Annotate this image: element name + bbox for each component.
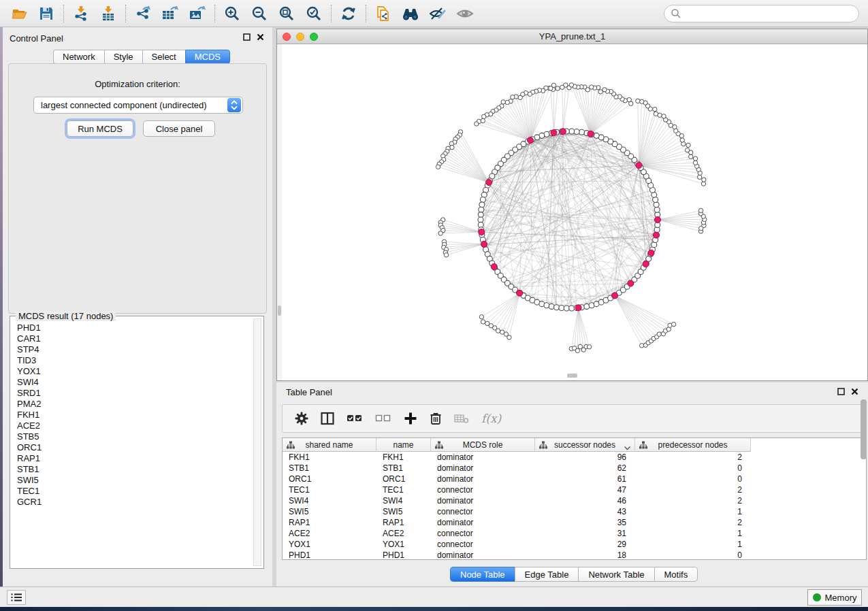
search-binoculars-icon[interactable] [397, 2, 424, 25]
columns-icon[interactable] [321, 412, 334, 425]
table-row[interactable]: TEC1TEC1connector472 [283, 484, 866, 495]
table-row[interactable]: RAP1RAP1dominator352 [283, 517, 866, 528]
refresh-icon[interactable] [335, 2, 362, 25]
mcds-result-item[interactable]: TID3 [17, 355, 248, 366]
tab-mcds[interactable]: MCDS [185, 50, 230, 64]
show-graphics-icon[interactable] [451, 2, 479, 25]
column-label: MCDS role [463, 440, 503, 450]
table-row[interactable]: YOX1YOX1connector291 [283, 539, 866, 550]
zoom-in-icon[interactable] [219, 2, 246, 25]
task-history-button[interactable] [7, 590, 26, 605]
mcds-result-item[interactable]: STP4 [17, 344, 248, 355]
hide-annotations-icon[interactable] [424, 2, 451, 25]
optimization-criterion-select[interactable]: largest connected component (undirected) [33, 97, 243, 114]
select-all-icon[interactable] [347, 412, 363, 425]
tab-network[interactable]: Network [53, 50, 104, 64]
mcds-result-item[interactable]: ORC1 [17, 442, 248, 453]
cell-mcds_role: dominator [431, 463, 535, 474]
mcds-result-scrollbar[interactable] [253, 318, 261, 566]
tab-node-table[interactable]: Node Table [450, 567, 515, 582]
close-panel-button[interactable]: Close panel [143, 120, 215, 137]
float-panel-icon[interactable] [243, 33, 251, 41]
tab-network-table[interactable]: Network Table [578, 567, 654, 582]
import-table-icon[interactable] [95, 2, 122, 25]
table-row[interactable]: ORC1ORC1dominator610 [283, 474, 866, 484]
table-row[interactable]: SWI4SWI4dominator462 [283, 495, 866, 506]
save-icon[interactable] [33, 2, 60, 25]
attribute-icon [287, 441, 295, 451]
export-table-icon[interactable] [157, 2, 184, 25]
cell-successor_nodes: 35 [535, 517, 635, 528]
mcds-result-item[interactable]: SWI4 [17, 377, 248, 388]
zoom-fit-icon[interactable] [273, 2, 300, 25]
network-graph[interactable] [277, 44, 867, 380]
column-header-shared-name[interactable]: shared name [283, 438, 376, 452]
float-panel-icon[interactable] [837, 388, 845, 395]
mcds-result-item[interactable]: STB5 [17, 431, 248, 442]
network-vertical-scrollbar[interactable] [277, 44, 282, 380]
cell-shared_name: ORC1 [283, 474, 376, 484]
column-header-successor-nodes[interactable]: successor nodes [535, 438, 635, 452]
close-panel-icon[interactable] [851, 388, 858, 395]
open-folder-icon[interactable] [5, 2, 33, 25]
mcds-result-item[interactable]: RAP1 [17, 453, 248, 464]
export-image-icon[interactable] [184, 2, 211, 25]
cell-shared_name: YOX1 [283, 539, 376, 550]
export-network-icon[interactable] [129, 2, 157, 25]
table-row[interactable]: ACE2ACE2connector311 [283, 528, 866, 539]
mcds-result-item[interactable]: PMA2 [17, 399, 248, 410]
delete-column-icon[interactable] [430, 412, 442, 425]
mcds-result-item[interactable]: SWI5 [17, 475, 248, 486]
application-window: Control Panel NetworkStyleSelectMCDS Opt… [0, 0, 868, 611]
memory-label: Memory [825, 593, 857, 603]
table-row[interactable]: SWI5SWI5connector431 [283, 506, 866, 517]
cell-predecessor_nodes: 2 [635, 517, 751, 528]
zoom-selected-icon[interactable] [300, 2, 327, 25]
table-scrollbar[interactable] [861, 399, 867, 459]
table-row[interactable]: STB1STB1dominator620 [283, 463, 866, 474]
memory-button[interactable]: Memory [807, 589, 862, 606]
column-header-name[interactable]: name [376, 438, 431, 452]
mcds-result-item[interactable]: TEC1 [17, 486, 248, 497]
search-field[interactable] [664, 5, 859, 22]
tab-select[interactable]: Select [142, 50, 185, 64]
mcds-result-item[interactable]: GCR1 [17, 497, 248, 508]
mcds-result-item[interactable]: FKH1 [17, 410, 248, 420]
network-window-titlebar[interactable]: YPA_prune.txt_1 [277, 29, 867, 44]
mcds-result-item[interactable]: STB1 [17, 464, 248, 475]
cell-successor_nodes: 47 [535, 484, 635, 495]
mcds-result-item[interactable]: YOX1 [17, 366, 248, 377]
network-canvas[interactable] [277, 44, 867, 380]
table-panel: Table Panel f(x) shared namenameMCDS rol… [276, 382, 868, 587]
deselect-all-icon[interactable] [375, 412, 391, 425]
table-row[interactable]: PHD1PHD1dominator180 [283, 550, 866, 560]
gear-icon[interactable] [295, 412, 308, 425]
mcds-result-item[interactable]: CAR1 [17, 333, 248, 344]
tab-style[interactable]: Style [104, 50, 142, 64]
mcds-result-item[interactable]: ACE2 [17, 420, 248, 431]
column-header-predecessor-nodes[interactable]: predecessor nodes [635, 438, 751, 452]
cell-predecessor_nodes: 2 [635, 484, 751, 495]
cell-mcds_role: dominator [431, 495, 535, 506]
cell-name: ACE2 [376, 528, 431, 539]
tab-edge-table[interactable]: Edge Table [515, 567, 579, 582]
cell-mcds_role: connector [431, 484, 535, 495]
clone-network-icon[interactable] [370, 2, 397, 25]
mcds-result-item[interactable]: SRD1 [17, 388, 248, 399]
mcds-result-item[interactable]: PHD1 [17, 323, 248, 333]
import-network-icon[interactable] [67, 2, 95, 25]
cell-name: TEC1 [376, 484, 431, 495]
mcds-result-list[interactable]: PHD1CAR1STP4TID3YOX1SWI4SRD1PMA2FKH1ACE2… [17, 323, 248, 565]
tab-motifs[interactable]: Motifs [654, 567, 698, 582]
network-horizontal-scrollbar[interactable] [567, 374, 577, 378]
table-row[interactable]: FKH1FKH1dominator962 [283, 452, 866, 463]
run-mcds-button[interactable]: Run MCDS [67, 120, 133, 137]
cell-name: SWI5 [376, 506, 431, 517]
close-panel-icon[interactable] [257, 33, 264, 41]
search-input[interactable] [681, 9, 845, 19]
zoom-out-icon[interactable] [246, 2, 273, 25]
column-header-MCDS-role[interactable]: MCDS role [431, 438, 535, 452]
node-table: shared namenameMCDS rolesuccessor nodesp… [282, 437, 867, 560]
add-column-icon[interactable] [404, 412, 417, 425]
list-icon [11, 593, 22, 601]
